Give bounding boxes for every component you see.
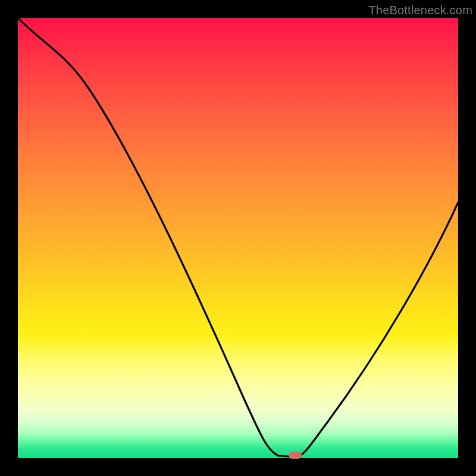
bottleneck-curve [18, 18, 458, 458]
curve-path [18, 18, 458, 457]
watermark-text: TheBottleneck.com [368, 4, 472, 17]
chart-frame: TheBottleneck.com [0, 0, 476, 476]
optimal-marker [289, 452, 302, 459]
plot-area [18, 18, 458, 458]
